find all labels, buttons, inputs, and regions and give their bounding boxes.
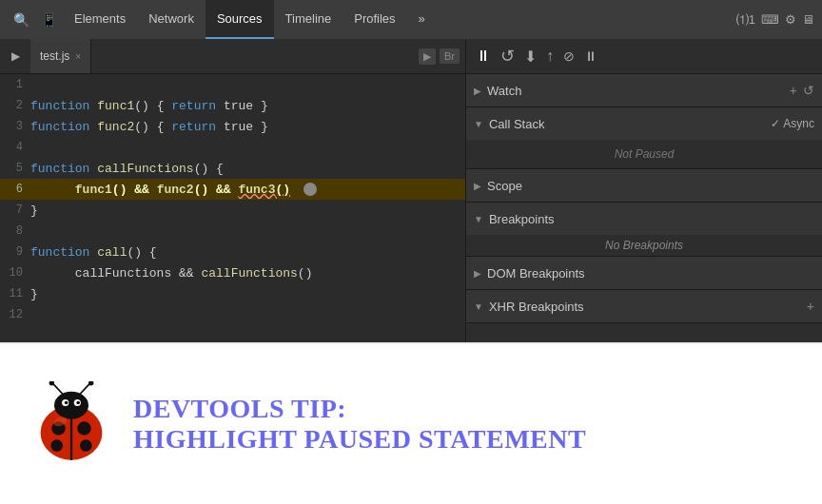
code-line-11: 11 } xyxy=(0,283,465,304)
callstack-right: ✓ Async xyxy=(771,117,814,130)
pause-exceptions-button[interactable]: ⏸ xyxy=(584,48,597,64)
device-icon[interactable]: 📱 xyxy=(35,12,63,28)
xhr-breakpoints-label: XHR Breakpoints xyxy=(489,300,584,314)
callstack-body: Not Paused xyxy=(466,140,822,168)
pause-button[interactable]: ⏸ xyxy=(476,48,491,65)
breakpoints-body: No Breakpoints xyxy=(466,235,822,256)
code-line-1: 1 xyxy=(0,74,465,95)
step-into-button[interactable]: ↑ xyxy=(546,48,554,65)
file-tab-icons: ▶ Br xyxy=(413,39,465,73)
play-button[interactable]: ▶ xyxy=(0,39,30,73)
code-line-4: 4 xyxy=(0,137,465,158)
deactivate-button[interactable]: ⊘ xyxy=(563,48,575,64)
terminal-icon[interactable]: ⌨ xyxy=(761,12,779,27)
watch-add-button[interactable]: + xyxy=(790,83,797,98)
async-checkmark: ✓ xyxy=(771,117,780,130)
breakpoints-arrow: ▼ xyxy=(474,214,483,224)
xhr-breakpoints-arrow: ▼ xyxy=(474,301,483,312)
svg-point-14 xyxy=(76,401,80,405)
callstack-label: Call Stack xyxy=(489,117,545,131)
code-line-9: 9 function call() { xyxy=(0,242,465,262)
watch-arrow: ▶ xyxy=(474,86,481,96)
scope-section: ▶ Scope xyxy=(466,169,822,203)
watch-header[interactable]: ▶ Watch + ↺ xyxy=(466,74,822,107)
dom-breakpoints-label: DOM Breakpoints xyxy=(487,266,585,281)
svg-point-13 xyxy=(65,401,68,405)
toolbar-right: ⑴1 ⌨ ⚙ 🖥 xyxy=(736,11,814,29)
code-line-10: 10 callFunctions && callFunctions() xyxy=(0,262,465,283)
file-tab-testjs[interactable]: test.js × xyxy=(30,39,91,73)
close-tab-button[interactable]: × xyxy=(75,51,81,62)
svg-point-6 xyxy=(80,439,92,452)
dom-breakpoints-arrow: ▶ xyxy=(474,268,481,279)
right-panel: ▶ Watch + ↺ ▼ Call Stack ✓ Async xyxy=(466,74,822,342)
tab-nav: Elements Network Sources Timeline Profil… xyxy=(63,0,437,39)
counter-badge: ⑴1 xyxy=(736,11,755,29)
format-icon[interactable]: ▶ xyxy=(419,48,436,65)
tip-text-block: DevTools Tip: Highlight Paused Statement xyxy=(133,394,586,455)
watch-refresh-button[interactable]: ↺ xyxy=(803,83,814,98)
devtools-panel: 1 2 function func1() { return true } 3 f… xyxy=(0,74,822,342)
search-icon[interactable]: 🔍 xyxy=(8,12,35,28)
watch-section: ▶ Watch + ↺ xyxy=(466,74,822,107)
xhr-breakpoints-section: ▼ XHR Breakpoints + xyxy=(466,290,822,323)
devtools-toolbar: 🔍 📱 Elements Network Sources Timeline Pr… xyxy=(0,0,822,39)
watch-label: Watch xyxy=(487,84,521,98)
tab-elements[interactable]: Elements xyxy=(63,0,137,39)
svg-line-7 xyxy=(52,383,63,395)
svg-point-4 xyxy=(77,421,90,435)
xhr-add-button[interactable]: + xyxy=(807,299,814,314)
file-toolbar: ▶ test.js × ▶ Br ⏸ ↺ ⬇ ↑ ⊘ ⏸ xyxy=(0,39,822,74)
breakpoint-icon[interactable]: Br xyxy=(440,48,460,64)
dom-breakpoints-section: ▶ DOM Breakpoints xyxy=(466,257,822,290)
async-checkbox-group[interactable]: ✓ Async xyxy=(771,117,814,130)
tip-section: DevTools Tip: Highlight Paused Statement xyxy=(0,342,822,504)
tab-profiles[interactable]: Profiles xyxy=(342,0,406,39)
scope-label: Scope xyxy=(487,179,522,193)
ladybug-image xyxy=(29,381,114,467)
tab-timeline[interactable]: Timeline xyxy=(274,0,343,39)
watch-actions: + ↺ xyxy=(790,83,814,98)
svg-line-9 xyxy=(80,383,90,395)
tab-more[interactable]: » xyxy=(407,0,437,39)
callstack-section: ▼ Call Stack ✓ Async Not Paused xyxy=(466,107,822,169)
code-line-3: 3 function func2() { return true } xyxy=(0,116,465,137)
gear-icon[interactable]: ⚙ xyxy=(785,12,796,27)
reload-button[interactable]: ↺ xyxy=(500,46,515,67)
breakpoints-section: ▼ Breakpoints No Breakpoints xyxy=(466,203,822,257)
code-editor[interactable]: 1 2 function func1() { return true } 3 f… xyxy=(0,74,466,342)
scope-header[interactable]: ▶ Scope xyxy=(466,169,822,202)
callstack-arrow: ▼ xyxy=(474,119,483,129)
xhr-breakpoints-header[interactable]: ▼ XHR Breakpoints + xyxy=(466,290,822,322)
callstack-header[interactable]: ▼ Call Stack ✓ Async xyxy=(466,107,822,140)
code-line-2: 2 function func1() { return true } xyxy=(0,95,465,116)
debug-controls: ⏸ ↺ ⬇ ↑ ⊘ ⏸ xyxy=(466,46,822,67)
code-line-7: 7 } xyxy=(0,200,465,221)
tip-title-line2: Highlight Paused Statement xyxy=(133,424,586,455)
dom-breakpoints-header[interactable]: ▶ DOM Breakpoints xyxy=(466,257,822,289)
code-line-12: 12 xyxy=(0,304,465,325)
monitor-icon[interactable]: 🖥 xyxy=(802,12,814,27)
code-line-8: 8 xyxy=(0,221,465,242)
file-tab-name: test.js xyxy=(40,49,69,63)
tab-network[interactable]: Network xyxy=(137,0,206,39)
tab-sources[interactable]: Sources xyxy=(206,0,274,39)
breakpoints-label: Breakpoints xyxy=(489,212,555,226)
file-tab-area: ▶ test.js × ▶ Br xyxy=(0,39,466,73)
code-line-6: 6 func1() && func2() && func3() xyxy=(0,179,465,200)
tip-title-line1: DevTools Tip: xyxy=(133,394,586,424)
xhr-breakpoints-right: + xyxy=(807,299,814,314)
async-label: Async xyxy=(783,117,814,130)
scope-arrow: ▶ xyxy=(474,181,481,191)
code-line-5: 5 function callFunctions() { xyxy=(0,158,465,179)
breakpoints-header[interactable]: ▼ Breakpoints xyxy=(466,203,822,235)
step-over-button[interactable]: ⬇ xyxy=(524,48,537,66)
svg-point-5 xyxy=(50,439,63,452)
